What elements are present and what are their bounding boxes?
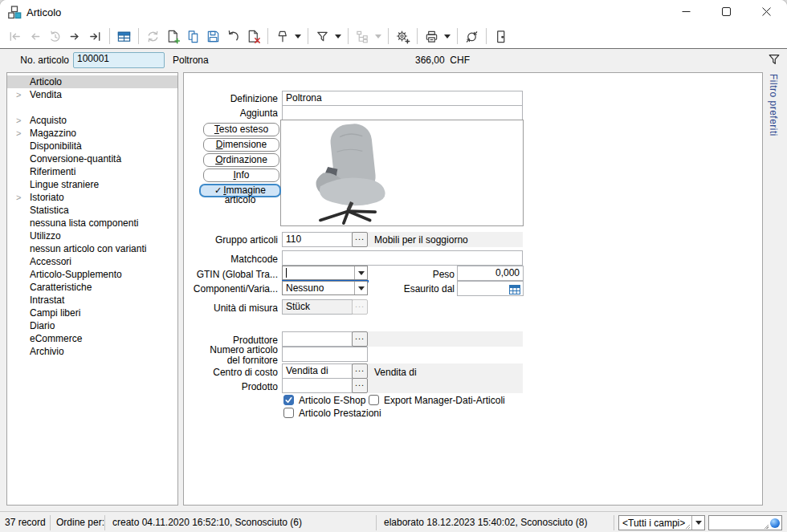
sidebar-item-lingue-straniere[interactable]: Lingue straniere [7, 178, 177, 191]
record-price: 366,00 CHF [394, 55, 470, 66]
produttore-browse-button[interactable]: ... [352, 331, 368, 347]
sidebar-item-ecommerce[interactable]: eCommerce [7, 332, 177, 345]
produttore-input[interactable] [282, 331, 353, 347]
sidebar-item-campi-liberi[interactable]: Campi liberi [7, 307, 177, 319]
sidebar-item-disponibilità[interactable]: Disponibilità [7, 140, 177, 152]
esaurito-input[interactable] [457, 281, 524, 296]
prodotto-label: Prodotto [184, 380, 278, 393]
peso-input[interactable]: 0,000 [457, 266, 524, 281]
maximize-button[interactable] [708, 0, 744, 23]
nav-first-icon[interactable] [5, 26, 25, 46]
navigation-sidebar: Articolo>Vendita>Acquisto>MagazzinoDispo… [6, 72, 178, 506]
gruppo-label: Gruppo articoli [184, 234, 278, 246]
nav-previous-icon[interactable] [25, 26, 45, 46]
nav-history-icon[interactable] [45, 26, 65, 46]
filter-icon[interactable] [312, 26, 332, 46]
new-record-icon[interactable] [163, 26, 183, 46]
toolbar-separator [457, 28, 458, 44]
ordinazione-button[interactable]: Ordinazione [203, 153, 279, 167]
componenti-combo[interactable]: Nessuno [282, 281, 368, 295]
tree-dropdown-icon[interactable] [375, 35, 381, 39]
tree-view-icon[interactable] [353, 26, 373, 46]
resize-grip [685, 524, 690, 529]
sidebar-item-archivio[interactable]: Archivio [7, 345, 177, 358]
save-record-icon[interactable] [203, 26, 223, 46]
sidebar-item-articolo[interactable]: Articolo [7, 75, 177, 88]
favorite-filter-tab[interactable]: Filtro preferiti [768, 74, 779, 136]
nav-next-icon[interactable] [65, 26, 85, 46]
sidebar-item-acquisto[interactable]: >Acquisto [7, 114, 177, 127]
resize-grip [764, 524, 769, 529]
eshop-checkbox[interactable] [283, 395, 294, 405]
close-button[interactable] [748, 0, 784, 23]
definizione-input[interactable]: Poltrona [282, 91, 523, 106]
matchcode-input[interactable] [282, 250, 523, 266]
sidebar-item-conversione-quantità[interactable]: Conversione-quantità [7, 152, 177, 165]
statusbar-separator [376, 515, 377, 530]
sidebar-item-riferimenti[interactable]: Riferimenti [7, 165, 177, 178]
print-dropdown-icon[interactable] [444, 35, 451, 39]
sidebar-item-statistica[interactable]: Statistica [7, 204, 177, 217]
print-icon[interactable] [422, 26, 442, 46]
sidebar-item-utilizzo[interactable]: Utilizzo [7, 229, 177, 242]
refresh-icon[interactable] [143, 26, 163, 46]
fornitore-input[interactable] [282, 347, 368, 362]
toolbar-separator [308, 28, 308, 44]
toolbar-separator [138, 28, 139, 44]
search-sphere-icon[interactable] [770, 518, 780, 528]
table-view-icon[interactable] [114, 26, 134, 46]
sidebar-item-diario[interactable]: Diario [7, 319, 177, 332]
pin-dropdown-icon[interactable] [295, 35, 301, 39]
gruppo-browse-button[interactable]: ... [352, 232, 368, 247]
undo-icon[interactable] [223, 26, 243, 46]
centro-browse-button[interactable]: ... [352, 363, 368, 379]
favorite-filter-icon[interactable] [767, 52, 781, 67]
nav-last-icon[interactable] [85, 26, 105, 46]
sidebar-item-vendita[interactable]: >Vendita [7, 88, 177, 101]
centro-input[interactable]: Vendita di [282, 363, 353, 379]
info-button[interactable]: Info [203, 169, 279, 182]
copy-record-icon[interactable] [183, 26, 203, 46]
sidebar-item-label: Lingue straniere [30, 179, 99, 190]
toolbar-separator [388, 28, 389, 44]
aggiunta-input[interactable] [282, 105, 523, 120]
sidebar-item-istoriato[interactable]: >Istoriato [7, 191, 177, 204]
prodotto-input[interactable] [282, 378, 353, 393]
settings-add-icon[interactable] [393, 26, 413, 46]
search-scope-dropdown-button[interactable] [691, 516, 704, 530]
toolbar-separator [267, 28, 268, 44]
testo-esteso-button[interactable]: Testo esteso [203, 123, 279, 136]
gtin-combo[interactable] [282, 266, 368, 280]
sidebar-item-articolo-supplemento[interactable]: Articolo-Supplemento [7, 268, 177, 281]
immagine-articolo-button[interactable]: ✓Immagine articolo [199, 184, 281, 197]
gruppo-input[interactable]: 110 [282, 232, 353, 247]
statusbar-separator [50, 515, 51, 530]
sidebar-item-magazzino[interactable]: >Magazzino [7, 127, 177, 140]
sidebar-item-accessori[interactable]: Accessori [7, 255, 177, 268]
pin-icon[interactable] [272, 26, 292, 46]
search-scope-combo[interactable]: <Tutti i campi> [618, 515, 705, 530]
filter-dropdown-icon[interactable] [335, 35, 341, 39]
exit-door-icon[interactable] [491, 26, 511, 46]
sidebar-item-caratteristiche[interactable]: Caratteristiche [7, 281, 177, 294]
export-manager-checkbox[interactable] [369, 395, 379, 405]
quick-search-input[interactable] [708, 515, 782, 530]
gtin-label: GTIN (Global Tra... [184, 268, 278, 281]
definizione-label: Definizione [184, 92, 278, 105]
prodotto-browse-button[interactable]: ... [352, 378, 368, 393]
data-transfer-icon[interactable] [462, 26, 482, 46]
minimize-button[interactable] [668, 0, 703, 23]
sidebar-item-label: Riferimenti [30, 166, 75, 177]
sidebar-item-nessuna-lista-componenti[interactable]: nessuna lista componenti [7, 217, 177, 229]
unita-label: Unità di misura [184, 302, 278, 315]
dimensione-button[interactable]: Dimensione [203, 138, 279, 152]
calendar-icon[interactable] [508, 283, 521, 294]
unita-browse-button[interactable]: ... [352, 299, 368, 315]
sidebar-item-nessun-articolo-con-varianti[interactable]: nessun articolo con varianti [7, 242, 177, 255]
sidebar-item-intrastat[interactable]: Intrastat [7, 294, 177, 307]
statusbar-separator [614, 515, 614, 530]
delete-record-icon[interactable] [243, 26, 263, 46]
eshop-checkbox-label: Articolo E-Shop [299, 395, 365, 406]
record-number-input[interactable]: 100001 [73, 52, 165, 68]
prestazioni-checkbox[interactable] [283, 408, 294, 418]
